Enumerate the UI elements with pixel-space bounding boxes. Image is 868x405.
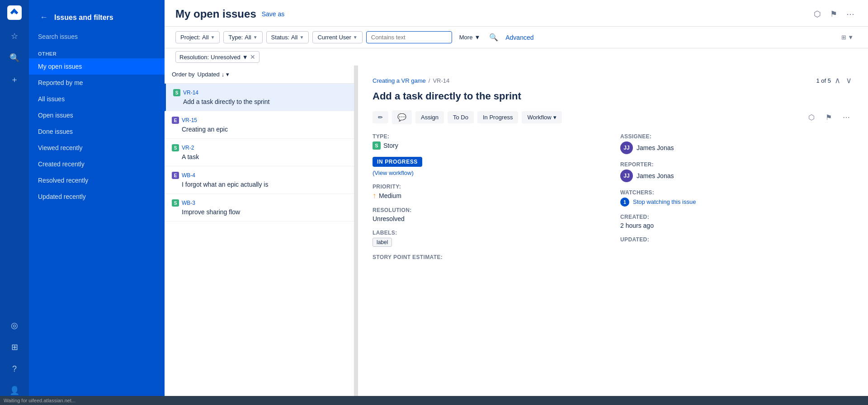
type-text: Story [383, 142, 398, 149]
help-icon[interactable]: ? [5, 360, 24, 378]
grid-icon[interactable]: ⊞ [5, 338, 24, 356]
labels-value: label [373, 238, 606, 247]
issue-title-vr2: A task [172, 153, 347, 160]
status-filter[interactable]: Status: All ▼ [266, 31, 309, 43]
reporter-avatar: JJ [620, 170, 633, 182]
share-button[interactable]: ⬡ [811, 7, 824, 21]
main-content: My open issues Save as ⬡ ⚑ ⋯ Project: Al… [165, 0, 868, 405]
todo-button[interactable]: To Do [448, 111, 474, 123]
issue-row-vr2[interactable]: S VR-2 A task [165, 139, 354, 166]
sidebar-header: ← Issues and filters [29, 7, 165, 31]
resolution-label: Resolution: [179, 54, 209, 61]
issues-scroll-container[interactable]: S VR-14 Add a task directly to the sprin… [165, 84, 354, 405]
compass-icon[interactable]: ◎ [5, 316, 24, 334]
issue-navigation: 1 of 5 ∧ ∨ [816, 75, 854, 86]
status-filter-value: All [291, 34, 297, 41]
sidebar-section-other: OTHER [29, 47, 165, 58]
nav-rail: ☆ 🔍 ＋ ◎ ⊞ ? 👤 [0, 0, 29, 405]
issue-row-header-vr14: S VR-14 [173, 89, 347, 96]
reporter-label: Reporter: [620, 161, 854, 168]
sidebar-item-my-open-issues[interactable]: My open issues [29, 58, 165, 75]
status-filter-arrow: ▼ [300, 35, 304, 40]
more-filter-button[interactable]: More ▼ [456, 32, 484, 43]
share-issue-button[interactable]: ⬡ [805, 110, 818, 124]
priority-text: Medium [379, 192, 401, 199]
resize-handle[interactable] [354, 66, 358, 405]
status-filter-label: Status: [271, 34, 289, 41]
sidebar: ← Issues and filters Search issues OTHER… [29, 0, 165, 405]
in-progress-button[interactable]: In Progress [477, 111, 518, 123]
assignee-label: Assignee: [620, 133, 854, 140]
issue-key-vr14: VR-14 [183, 89, 198, 96]
story-type-icon-vr2: S [172, 144, 179, 151]
reporter-name: James Jonas [637, 172, 674, 179]
workflow-button[interactable]: Workflow ▾ [522, 111, 561, 123]
resolution-filter[interactable]: Resolution: Unresolved ▼ ✕ [175, 51, 259, 63]
order-direction-icon: ↓ [222, 71, 225, 78]
star-icon[interactable]: ☆ [5, 27, 24, 45]
type-filter-arrow: ▼ [253, 35, 258, 40]
sidebar-item-updated-recently[interactable]: Updated recently [29, 188, 165, 205]
issue-row-vr14[interactable]: S VR-14 Add a task directly to the sprin… [165, 84, 354, 111]
story-type-icon: S [373, 141, 381, 150]
contains-text-input[interactable] [366, 31, 452, 43]
assign-button[interactable]: Assign [415, 111, 444, 123]
edit-button[interactable]: ✏ [373, 111, 388, 123]
filter-bar: Project: All ▼ Type: All ▼ Status: All ▼… [165, 27, 868, 48]
sidebar-item-reported-by-me[interactable]: Reported by me [29, 75, 165, 91]
project-filter[interactable]: Project: All ▼ [175, 31, 220, 43]
nav-prev-button[interactable]: ∧ [833, 75, 842, 86]
feedback-button[interactable]: ⚑ [827, 7, 840, 21]
label-tag: label [373, 238, 392, 247]
more-issue-options-button[interactable]: ⋯ [839, 110, 854, 124]
back-button[interactable]: ← [38, 11, 50, 24]
issue-row-wb4[interactable]: E WB-4 I forgot what an epic actually is [165, 166, 354, 194]
issue-row-wb3[interactable]: S WB-3 Improve sharing flow [165, 194, 354, 221]
layout-arrow: ▼ [848, 34, 854, 41]
nav-next-button[interactable]: ∨ [844, 75, 854, 86]
browser-status-bar: Waiting for uifeed.atlassian.net... [0, 396, 868, 405]
watch-issue-button[interactable]: ⚑ [822, 110, 835, 124]
type-filter[interactable]: Type: All ▼ [223, 31, 262, 43]
resolution-arrow: ▼ [242, 54, 248, 61]
type-value: S Story [373, 141, 606, 150]
comment-button[interactable]: 💬 [392, 110, 412, 124]
advanced-button[interactable]: Advanced [505, 34, 533, 41]
filter-search-icon[interactable]: 🔍 [487, 31, 500, 43]
search-icon[interactable]: 🔍 [5, 49, 24, 67]
sidebar-item-created-recently[interactable]: Created recently [29, 156, 165, 172]
sidebar-item-resolved-recently[interactable]: Resolved recently [29, 172, 165, 188]
app-logo[interactable] [7, 5, 22, 20]
order-dropdown-icon: ▾ [226, 71, 229, 78]
more-options-button[interactable]: ⋯ [844, 7, 857, 21]
updated-label: Updated: [620, 236, 854, 243]
story-type-icon-wb3: S [172, 199, 179, 207]
nav-position: 1 of 5 [816, 77, 831, 84]
story-points-field: Story point estimate: [373, 254, 606, 260]
sidebar-item-open-issues[interactable]: Open issues [29, 107, 165, 123]
resolution-field-label: Resolution: [373, 207, 606, 213]
resolution-remove-button[interactable]: ✕ [250, 53, 255, 61]
created-value: 2 hours ago [620, 222, 854, 229]
assignee-value: JJ James Jonas [620, 141, 854, 154]
layout-toggle[interactable]: ⊞ ▼ [838, 32, 857, 43]
breadcrumb-project-link[interactable]: Creating a VR game [373, 77, 426, 84]
order-field-button[interactable]: Updated ↓ ▾ [198, 71, 230, 78]
order-field-value: Updated [198, 71, 220, 78]
view-workflow-link[interactable]: (View workflow) [373, 170, 414, 176]
watcher-count-badge: 1 [620, 198, 629, 207]
issue-key-vr2: VR-2 [182, 145, 194, 151]
issue-key-wb3: WB-3 [182, 200, 195, 206]
current-user-filter[interactable]: Current User ▼ [312, 31, 362, 43]
sidebar-item-done-issues[interactable]: Done issues [29, 123, 165, 140]
sidebar-search-issues[interactable]: Search issues [29, 31, 165, 47]
issue-title-vr14: Add a task directly to the sprint [173, 98, 347, 105]
save-as-button[interactable]: Save as [262, 10, 285, 18]
sidebar-item-viewed-recently[interactable]: Viewed recently [29, 140, 165, 156]
watchers-field: Watchers: 1 Stop watching this issue [620, 189, 854, 207]
issue-row-vr15[interactable]: E VR-15 Creating an epic [165, 111, 354, 139]
story-badge: S Story [373, 141, 398, 150]
sidebar-item-all-issues[interactable]: All issues [29, 91, 165, 107]
stop-watching-link[interactable]: Stop watching this issue [633, 198, 696, 205]
create-icon[interactable]: ＋ [5, 71, 24, 89]
